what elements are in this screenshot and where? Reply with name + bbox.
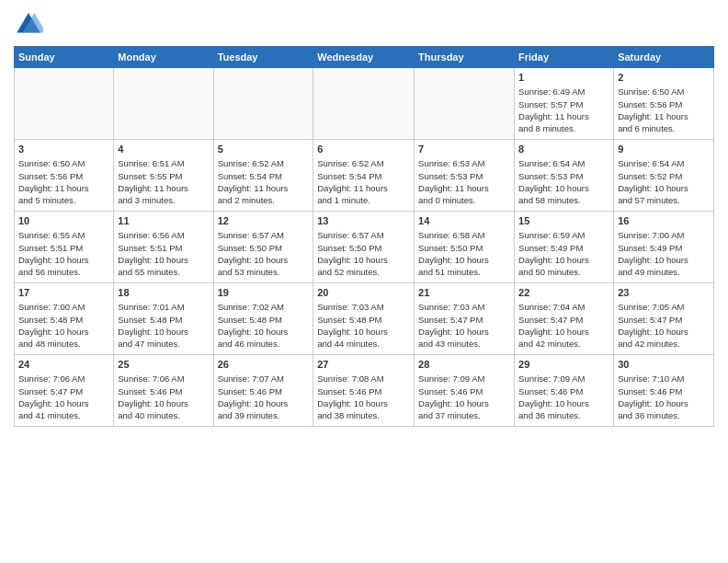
day-info: Daylight: 10 hours <box>118 326 209 338</box>
day-info: Sunrise: 7:07 AM <box>218 373 310 385</box>
day-info: Sunset: 5:46 PM <box>218 385 310 397</box>
calendar-cell: 24Sunrise: 7:06 AMSunset: 5:47 PMDayligh… <box>15 355 114 427</box>
day-info: Sunset: 5:52 PM <box>618 170 710 182</box>
calendar-cell: 23Sunrise: 7:05 AMSunset: 5:47 PMDayligh… <box>614 283 714 355</box>
day-info: Sunrise: 6:52 AM <box>317 157 410 169</box>
day-info: Sunrise: 7:09 AM <box>518 373 609 385</box>
calendar-cell: 4Sunrise: 6:51 AMSunset: 5:55 PMDaylight… <box>114 140 213 212</box>
day-number: 26 <box>218 358 310 372</box>
day-info: Sunrise: 7:04 AM <box>518 301 609 313</box>
week-row-3: 17Sunrise: 7:00 AMSunset: 5:48 PMDayligh… <box>15 283 714 355</box>
day-info: and 41 minutes. <box>18 409 109 421</box>
page: SundayMondayTuesdayWednesdayThursdayFrid… <box>0 0 728 563</box>
day-number: 19 <box>218 286 310 300</box>
header-friday: Friday <box>515 47 614 68</box>
header-tuesday: Tuesday <box>213 47 313 68</box>
day-info: Sunset: 5:48 PM <box>218 314 310 326</box>
calendar-cell: 3Sunrise: 6:50 AMSunset: 5:56 PMDaylight… <box>15 140 114 212</box>
day-info: Daylight: 10 hours <box>218 397 310 409</box>
calendar-cell: 12Sunrise: 6:57 AMSunset: 5:50 PMDayligh… <box>213 212 313 283</box>
day-info: Daylight: 10 hours <box>317 397 410 409</box>
calendar-cell: 20Sunrise: 7:03 AMSunset: 5:48 PMDayligh… <box>313 283 415 355</box>
day-number: 7 <box>418 143 510 156</box>
week-row-1: 3Sunrise: 6:50 AMSunset: 5:56 PMDaylight… <box>15 140 714 212</box>
day-info: Sunset: 5:46 PM <box>418 385 510 397</box>
header-wednesday: Wednesday <box>313 47 415 68</box>
calendar-cell: 9Sunrise: 6:54 AMSunset: 5:52 PMDaylight… <box>614 140 714 212</box>
day-info: Daylight: 10 hours <box>518 182 609 194</box>
day-info: Sunset: 5:46 PM <box>518 385 609 397</box>
calendar-cell: 5Sunrise: 6:52 AMSunset: 5:54 PMDaylight… <box>213 140 313 212</box>
day-info: Sunrise: 6:49 AM <box>518 86 609 98</box>
day-info: Sunset: 5:56 PM <box>18 170 109 182</box>
day-info: Sunset: 5:47 PM <box>18 385 109 397</box>
day-info: Daylight: 10 hours <box>18 326 109 338</box>
day-info: and 38 minutes. <box>317 409 410 421</box>
day-info: and 5 minutes. <box>18 194 109 206</box>
day-info: Sunrise: 7:06 AM <box>118 373 209 385</box>
day-info: Daylight: 10 hours <box>118 397 209 409</box>
day-info: Sunset: 5:48 PM <box>118 314 209 326</box>
day-info: and 44 minutes. <box>317 338 410 350</box>
day-info: Daylight: 10 hours <box>218 254 310 266</box>
day-info: Daylight: 10 hours <box>18 397 109 409</box>
day-number: 28 <box>418 358 510 372</box>
calendar-cell: 15Sunrise: 6:59 AMSunset: 5:49 PMDayligh… <box>515 212 614 283</box>
day-info: Sunset: 5:46 PM <box>618 385 710 397</box>
day-info: and 49 minutes. <box>618 266 710 278</box>
day-info: and 39 minutes. <box>218 409 310 421</box>
logo <box>14 9 47 39</box>
week-row-4: 24Sunrise: 7:06 AMSunset: 5:47 PMDayligh… <box>15 355 714 427</box>
day-info: and 53 minutes. <box>218 266 310 278</box>
day-info: Daylight: 10 hours <box>518 397 609 409</box>
calendar-cell: 30Sunrise: 7:10 AMSunset: 5:46 PMDayligh… <box>614 355 714 427</box>
day-info: Sunrise: 7:10 AM <box>618 373 710 385</box>
calendar-cell <box>114 68 213 140</box>
day-number: 8 <box>518 143 609 156</box>
day-info: Sunrise: 7:02 AM <box>218 301 310 313</box>
week-row-0: 1Sunrise: 6:49 AMSunset: 5:57 PMDaylight… <box>15 68 714 140</box>
day-info: Sunset: 5:48 PM <box>18 314 109 326</box>
header-thursday: Thursday <box>415 47 515 68</box>
day-info: and 6 minutes. <box>618 122 710 134</box>
header-monday: Monday <box>114 47 213 68</box>
day-info: Sunset: 5:57 PM <box>518 98 609 110</box>
day-info: and 43 minutes. <box>418 338 510 350</box>
day-info: and 51 minutes. <box>418 266 510 278</box>
day-number: 21 <box>418 286 510 300</box>
day-info: Daylight: 10 hours <box>418 254 510 266</box>
day-info: Sunset: 5:53 PM <box>518 170 609 182</box>
day-number: 9 <box>618 143 710 156</box>
day-number: 16 <box>618 214 710 228</box>
day-info: Sunrise: 7:00 AM <box>618 229 710 241</box>
day-info: and 37 minutes. <box>418 409 510 421</box>
day-info: Sunrise: 7:03 AM <box>317 301 410 313</box>
day-info: and 1 minute. <box>317 194 410 206</box>
day-info: Sunset: 5:47 PM <box>618 314 710 326</box>
day-info: Daylight: 10 hours <box>218 326 310 338</box>
day-number: 13 <box>317 214 410 228</box>
calendar-cell: 8Sunrise: 6:54 AMSunset: 5:53 PMDaylight… <box>515 140 614 212</box>
day-info: and 57 minutes. <box>618 194 710 206</box>
calendar-cell <box>415 68 515 140</box>
calendar-cell: 21Sunrise: 7:03 AMSunset: 5:47 PMDayligh… <box>415 283 515 355</box>
day-info: Daylight: 10 hours <box>418 326 510 338</box>
day-info: Sunset: 5:55 PM <box>118 170 209 182</box>
day-info: Daylight: 10 hours <box>118 254 209 266</box>
day-info: Sunrise: 6:53 AM <box>418 157 510 169</box>
calendar-cell: 27Sunrise: 7:08 AMSunset: 5:46 PMDayligh… <box>313 355 415 427</box>
calendar-cell: 7Sunrise: 6:53 AMSunset: 5:53 PMDaylight… <box>415 140 515 212</box>
day-info: Daylight: 11 hours <box>518 110 609 122</box>
day-info: Sunrise: 6:50 AM <box>618 86 710 98</box>
calendar-cell: 25Sunrise: 7:06 AMSunset: 5:46 PMDayligh… <box>114 355 213 427</box>
day-number: 18 <box>118 286 209 300</box>
logo-icon <box>14 9 43 39</box>
calendar-cell: 17Sunrise: 7:00 AMSunset: 5:48 PMDayligh… <box>15 283 114 355</box>
header-saturday: Saturday <box>614 47 714 68</box>
calendar-cell: 29Sunrise: 7:09 AMSunset: 5:46 PMDayligh… <box>515 355 614 427</box>
day-number: 22 <box>518 286 609 300</box>
calendar-cell: 18Sunrise: 7:01 AMSunset: 5:48 PMDayligh… <box>114 283 213 355</box>
day-number: 5 <box>218 143 310 156</box>
day-info: Daylight: 11 hours <box>618 110 710 122</box>
calendar-table: SundayMondayTuesdayWednesdayThursdayFrid… <box>14 46 714 427</box>
